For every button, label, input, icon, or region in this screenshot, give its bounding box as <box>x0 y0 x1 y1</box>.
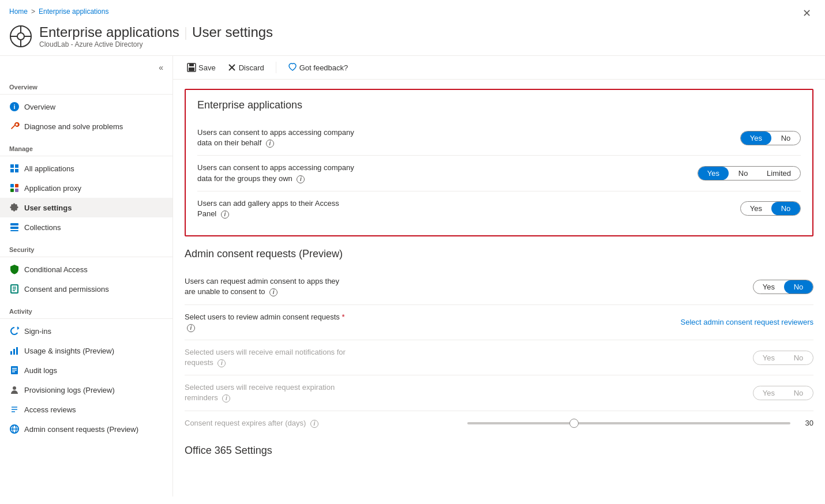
sidebar-item-application-proxy[interactable]: Application proxy <box>0 178 172 198</box>
page-subtitle: User settings <box>192 24 273 40</box>
toggle-no-request-admin[interactable]: No <box>784 280 813 294</box>
info-icon-select-reviewers[interactable]: i <box>187 324 195 332</box>
svg-rect-18 <box>10 230 18 231</box>
enterprise-apps-box: Enterprise applications Users can consen… <box>185 89 813 236</box>
info-icon-consent-company[interactable]: i <box>266 140 274 148</box>
info-icon-request-admin[interactable]: i <box>269 288 278 296</box>
grid-icon <box>9 163 20 174</box>
setting-row-consent-group: Users can consent to apps accessing comp… <box>197 156 801 191</box>
sidebar-item-collections-label: Collections <box>24 223 61 232</box>
breadcrumb-sep: > <box>31 7 35 16</box>
sidebar-item-access-reviews[interactable]: Access reviews <box>0 400 172 419</box>
svg-rect-9 <box>15 164 18 168</box>
setting-row-email-notif: Selected users will receive email notifi… <box>185 340 813 375</box>
svg-rect-29 <box>12 371 15 373</box>
sidebar: « Overview i Overview Diagnose and solve… <box>0 56 173 497</box>
toggle-consent-group: Yes No Limited <box>697 166 801 180</box>
select-reviewers-link[interactable]: Select admin consent request reviewers <box>680 318 813 326</box>
sidebar-item-user-settings[interactable]: User settings <box>0 198 172 217</box>
svg-point-30 <box>13 386 16 390</box>
page-title: Enterprise applications <box>39 24 179 40</box>
toggle-yes-consent-group[interactable]: Yes <box>698 167 729 180</box>
discard-button[interactable]: Discard <box>223 61 269 74</box>
setting-row-request-admin: Users can request admin consent to apps … <box>185 269 813 304</box>
setting-label-email-notif: Selected users will receive email notifi… <box>185 347 346 368</box>
breadcrumb-home[interactable]: Home <box>9 7 28 16</box>
shield-icon <box>9 264 20 274</box>
toggle-limited-consent-group[interactable]: Limited <box>757 167 800 180</box>
svg-rect-24 <box>13 349 15 355</box>
sidebar-item-diagnose[interactable]: Diagnose and solve problems <box>0 116 172 136</box>
svg-rect-23 <box>10 351 12 355</box>
save-icon <box>187 63 196 72</box>
gear-icon <box>9 202 20 213</box>
sidebar-item-user-settings-label: User settings <box>24 204 72 212</box>
info-icon-consent-group[interactable]: i <box>297 175 305 183</box>
save-button[interactable]: Save <box>182 61 220 74</box>
svg-rect-28 <box>12 370 17 371</box>
sidebar-item-provisioning-logs-label: Provisioning logs (Preview) <box>24 386 115 394</box>
sidebar-item-provisioning-logs[interactable]: Provisioning logs (Preview) <box>0 380 172 400</box>
info-circle-icon: i <box>9 101 20 112</box>
setting-label-gallery-apps: Users can add gallery apps to their Acce… <box>197 198 359 219</box>
sidebar-item-consent-label: Consent and permissions <box>24 285 109 294</box>
toggle-no-consent-company[interactable]: No <box>771 131 800 145</box>
collections-icon <box>9 222 20 232</box>
sidebar-item-consent[interactable]: Consent and permissions <box>0 279 172 299</box>
sidebar-item-usage-label: Usage & insights (Preview) <box>24 347 114 355</box>
setting-row-select-reviewers: Select users to review admin consent req… <box>185 305 813 340</box>
info-icon-expiration[interactable]: i <box>222 394 230 403</box>
info-icon-gallery-apps[interactable]: i <box>221 210 229 219</box>
sidebar-item-conditional-access[interactable]: Conditional Access <box>0 259 172 279</box>
toggle-gallery-apps: Yes No <box>740 201 801 216</box>
chart-icon <box>9 345 20 356</box>
toggle-yes-request-admin[interactable]: Yes <box>753 280 784 294</box>
feedback-label: Got feedback? <box>299 63 348 72</box>
setting-label-expires: Consent request expires after (days) i <box>185 418 318 428</box>
sidebar-item-all-applications[interactable]: All applications <box>0 159 172 178</box>
sidebar-item-sign-ins[interactable]: Sign-ins <box>0 321 172 341</box>
toggle-yes-email-notif: Yes <box>753 351 784 364</box>
toggle-no-expiration: No <box>784 386 813 400</box>
sidebar-section-manage: Manage <box>0 141 172 153</box>
feedback-button[interactable]: Got feedback? <box>283 61 353 74</box>
sidebar-item-collections[interactable]: Collections <box>0 217 172 237</box>
sidebar-item-audit-logs[interactable]: Audit logs <box>0 360 172 380</box>
toggle-no-gallery-apps[interactable]: No <box>771 202 800 215</box>
sidebar-item-usage[interactable]: Usage & insights (Preview) <box>0 341 172 360</box>
tenant-name: CloudLab - Azure Active Directory <box>39 40 273 48</box>
toggle-request-admin: Yes No <box>753 280 813 294</box>
sidebar-item-access-reviews-label: Access reviews <box>24 405 76 414</box>
refresh-icon <box>9 326 20 336</box>
svg-rect-13 <box>15 184 18 187</box>
svg-rect-39 <box>189 67 194 71</box>
sidebar-item-sign-ins-label: Sign-ins <box>24 327 51 336</box>
breadcrumb: Home > Enterprise applications <box>9 7 108 16</box>
setting-row-expires: Consent request expires after (days) i 3… <box>185 411 813 435</box>
expires-slider[interactable] <box>467 422 790 424</box>
close-button[interactable]: ✕ <box>798 5 816 22</box>
toggle-no-consent-group[interactable]: No <box>729 167 757 180</box>
slider-container: 30 <box>467 419 813 427</box>
admin-consent-title: Admin consent requests (Preview) <box>185 248 813 260</box>
svg-rect-15 <box>15 189 18 192</box>
svg-rect-12 <box>10 184 14 187</box>
sidebar-item-overview[interactable]: i Overview <box>0 97 172 116</box>
toggle-yes-gallery-apps[interactable]: Yes <box>741 202 771 215</box>
info-icon-email-notif[interactable]: i <box>217 359 226 367</box>
svg-rect-10 <box>10 169 14 172</box>
toggle-yes-consent-company[interactable]: Yes <box>741 131 771 145</box>
svg-rect-27 <box>12 368 17 369</box>
setting-row-consent-company: Users can consent to apps accessing comp… <box>197 121 801 156</box>
enterprise-apps-title: Enterprise applications <box>197 99 801 111</box>
sidebar-item-admin-consent-requests[interactable]: Admin consent requests (Preview) <box>0 419 172 439</box>
breadcrumb-enterprise[interactable]: Enterprise applications <box>39 7 108 16</box>
sidebar-collapse-button[interactable]: « <box>154 58 168 77</box>
svg-text:i: i <box>13 103 15 110</box>
svg-rect-8 <box>10 164 14 168</box>
book-icon <box>9 365 20 375</box>
sidebar-section-security: Security <box>0 242 172 254</box>
setting-row-gallery-apps: Users can add gallery apps to their Acce… <box>197 191 801 226</box>
info-icon-expires[interactable]: i <box>310 420 318 428</box>
setting-label-select-reviewers: Select users to review admin consent req… <box>185 312 346 333</box>
